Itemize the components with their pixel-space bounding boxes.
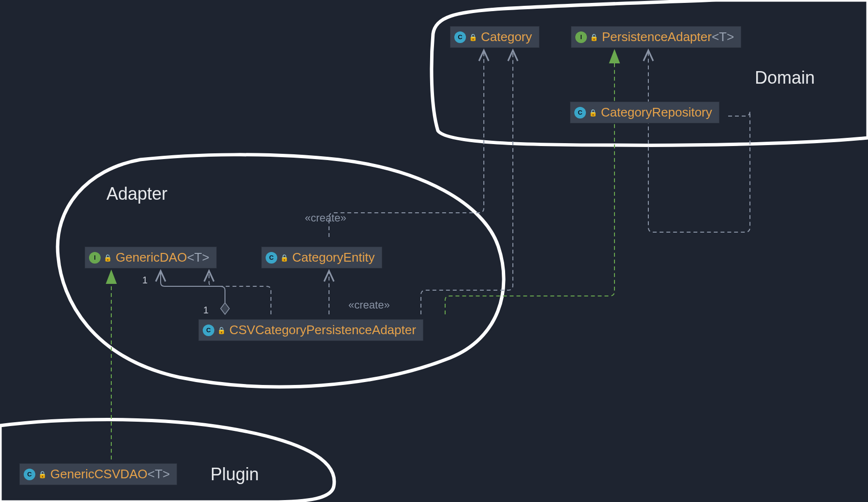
aggregation-diamond-icon xyxy=(221,303,229,314)
node-label: CategoryEntity xyxy=(292,250,375,265)
interface-node-genericdao[interactable]: I 🔒 GenericDAO<T> xyxy=(85,247,217,268)
interface-badge-icon: I xyxy=(575,31,587,43)
class-badge-icon: C xyxy=(266,252,277,264)
region-label-adapter: Adapter xyxy=(106,184,167,204)
multiplicity-1a: 1 xyxy=(142,275,148,286)
class-badge-icon: C xyxy=(574,107,586,118)
class-node-categoryrepository[interactable]: C 🔒 CategoryRepository xyxy=(570,102,719,123)
lock-icon: 🔒 xyxy=(590,33,598,41)
edge-csvadapter-to-category xyxy=(421,50,513,314)
lock-icon: 🔒 xyxy=(104,254,112,262)
lock-icon: 🔒 xyxy=(217,326,225,334)
edge-label-create-2: «create» xyxy=(348,299,390,311)
edge-csvadapter-realizes-persistenceadapter xyxy=(445,50,614,314)
node-label: GenericDAO<T> xyxy=(116,250,210,265)
edge-categoryrepo-to-persistenceadapter xyxy=(648,50,750,232)
interface-badge-icon: I xyxy=(89,252,101,264)
region-label-plugin: Plugin xyxy=(210,464,259,485)
lock-icon: 🔒 xyxy=(280,254,288,262)
node-label: GenericCSVDAO<T> xyxy=(50,467,170,482)
class-node-categoryentity[interactable]: C 🔒 CategoryEntity xyxy=(261,247,382,268)
lock-icon: 🔒 xyxy=(589,109,597,117)
edge-entity-create-category xyxy=(329,50,484,237)
node-label: PersistenceAdapter<T> xyxy=(602,30,734,44)
node-label: CategoryRepository xyxy=(601,105,712,120)
edge-agg-to-genericdao xyxy=(161,271,225,303)
interface-node-persistenceadapter[interactable]: I 🔒 PersistenceAdapter<T> xyxy=(571,26,741,48)
class-node-category[interactable]: C 🔒 Category xyxy=(450,26,539,48)
multiplicity-1b: 1 xyxy=(203,305,209,316)
node-label: CSVCategoryPersistenceAdapter xyxy=(229,323,416,338)
lock-icon: 🔒 xyxy=(469,33,477,41)
edge-label-create-1: «create» xyxy=(305,212,346,224)
class-node-genericcsvdao[interactable]: C 🔒 GenericCSVDAO<T> xyxy=(19,463,177,485)
class-badge-icon: C xyxy=(203,325,214,336)
class-node-csvcategorypersistenceadapter[interactable]: C 🔒 CSVCategoryPersistenceAdapter xyxy=(198,319,423,341)
node-label: Category xyxy=(481,30,532,44)
lock-icon: 🔒 xyxy=(38,471,46,478)
region-label-domain: Domain xyxy=(755,68,815,88)
edge-csvadapter-dep-genericdao xyxy=(209,271,271,314)
class-badge-icon: C xyxy=(24,469,35,480)
plugin-boundary xyxy=(0,420,334,502)
class-badge-icon: C xyxy=(454,31,466,43)
